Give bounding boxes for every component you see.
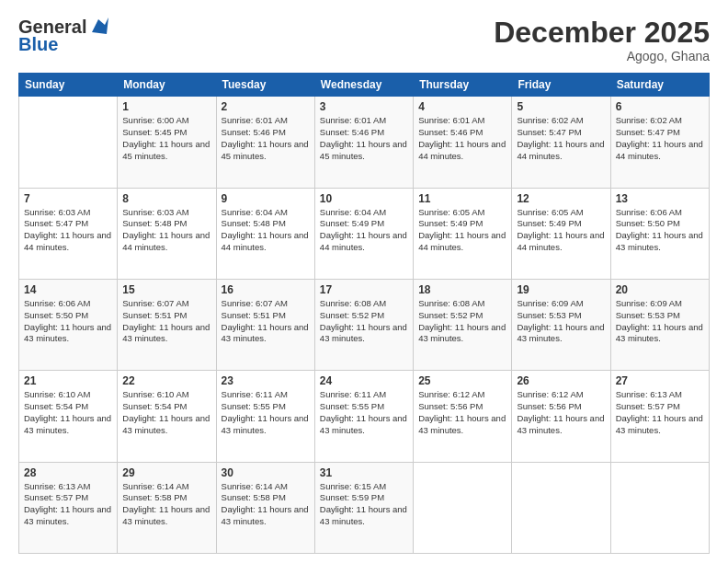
weekday-header-sunday: Sunday (19, 74, 118, 97)
calendar-cell: 14Sunrise: 6:06 AM Sunset: 5:50 PM Dayli… (19, 279, 118, 370)
calendar-cell: 21Sunrise: 6:10 AM Sunset: 5:54 PM Dayli… (19, 371, 118, 462)
calendar-week-row: 1Sunrise: 6:00 AM Sunset: 5:45 PM Daylig… (19, 97, 710, 188)
day-info: Sunrise: 6:02 AM Sunset: 5:47 PM Dayligh… (616, 115, 704, 162)
calendar-cell: 6Sunrise: 6:02 AM Sunset: 5:47 PM Daylig… (610, 97, 709, 188)
calendar-cell: 8Sunrise: 6:03 AM Sunset: 5:48 PM Daylig… (118, 188, 216, 279)
day-number: 9 (222, 192, 310, 205)
day-number: 11 (418, 192, 506, 205)
day-number: 24 (320, 374, 408, 387)
day-info: Sunrise: 6:04 AM Sunset: 5:49 PM Dayligh… (320, 207, 408, 254)
subtitle: Agogo, Ghana (494, 49, 710, 63)
calendar-week-row: 7Sunrise: 6:03 AM Sunset: 5:47 PM Daylig… (19, 188, 710, 279)
day-number: 28 (24, 466, 112, 479)
calendar-cell: 2Sunrise: 6:01 AM Sunset: 5:46 PM Daylig… (216, 97, 314, 188)
calendar-cell (512, 462, 610, 553)
day-info: Sunrise: 6:05 AM Sunset: 5:49 PM Dayligh… (517, 207, 605, 254)
day-info: Sunrise: 6:01 AM Sunset: 5:46 PM Dayligh… (418, 115, 506, 162)
day-info: Sunrise: 6:07 AM Sunset: 5:51 PM Dayligh… (122, 298, 210, 345)
day-info: Sunrise: 6:13 AM Sunset: 5:57 PM Dayligh… (24, 481, 112, 528)
day-info: Sunrise: 6:14 AM Sunset: 5:58 PM Dayligh… (222, 481, 310, 528)
day-number: 29 (122, 466, 210, 479)
svg-marker-0 (92, 17, 108, 34)
day-info: Sunrise: 6:08 AM Sunset: 5:52 PM Dayligh… (320, 298, 408, 345)
calendar-cell: 20Sunrise: 6:09 AM Sunset: 5:53 PM Dayli… (610, 279, 709, 370)
day-number: 19 (517, 283, 605, 296)
logo-bird-icon (88, 16, 108, 36)
weekday-header-thursday: Thursday (414, 74, 512, 97)
day-info: Sunrise: 6:06 AM Sunset: 5:50 PM Dayligh… (616, 207, 704, 254)
day-number: 5 (517, 100, 605, 113)
day-number: 8 (122, 192, 210, 205)
day-info: Sunrise: 6:09 AM Sunset: 5:53 PM Dayligh… (517, 298, 605, 345)
logo: General Blue (18, 17, 108, 55)
day-info: Sunrise: 6:13 AM Sunset: 5:57 PM Dayligh… (616, 389, 704, 436)
calendar-week-row: 14Sunrise: 6:06 AM Sunset: 5:50 PM Dayli… (19, 279, 710, 370)
day-number: 2 (222, 100, 310, 113)
calendar-cell: 31Sunrise: 6:15 AM Sunset: 5:59 PM Dayli… (314, 462, 413, 553)
day-info: Sunrise: 6:00 AM Sunset: 5:45 PM Dayligh… (122, 115, 210, 162)
calendar-cell: 1Sunrise: 6:00 AM Sunset: 5:45 PM Daylig… (118, 97, 216, 188)
logo-blue: Blue (18, 34, 58, 55)
calendar-cell: 10Sunrise: 6:04 AM Sunset: 5:49 PM Dayli… (314, 188, 413, 279)
weekday-header-friday: Friday (512, 74, 610, 97)
calendar-table: SundayMondayTuesdayWednesdayThursdayFrid… (18, 73, 710, 554)
day-info: Sunrise: 6:08 AM Sunset: 5:52 PM Dayligh… (418, 298, 506, 345)
header: General Blue December 2025 Agogo, Ghana (18, 17, 710, 63)
calendar-cell: 22Sunrise: 6:10 AM Sunset: 5:54 PM Dayli… (118, 371, 216, 462)
calendar-cell (610, 462, 709, 553)
day-number: 1 (122, 100, 210, 113)
calendar-cell: 23Sunrise: 6:11 AM Sunset: 5:55 PM Dayli… (216, 371, 314, 462)
day-info: Sunrise: 6:05 AM Sunset: 5:49 PM Dayligh… (418, 207, 506, 254)
day-number: 3 (320, 100, 408, 113)
calendar-cell: 26Sunrise: 6:12 AM Sunset: 5:56 PM Dayli… (512, 371, 610, 462)
weekday-header-saturday: Saturday (610, 74, 709, 97)
calendar-cell: 18Sunrise: 6:08 AM Sunset: 5:52 PM Dayli… (414, 279, 512, 370)
calendar-cell: 17Sunrise: 6:08 AM Sunset: 5:52 PM Dayli… (314, 279, 413, 370)
calendar-cell: 15Sunrise: 6:07 AM Sunset: 5:51 PM Dayli… (118, 279, 216, 370)
day-number: 13 (616, 192, 704, 205)
calendar-cell: 25Sunrise: 6:12 AM Sunset: 5:56 PM Dayli… (414, 371, 512, 462)
calendar-cell: 12Sunrise: 6:05 AM Sunset: 5:49 PM Dayli… (512, 188, 610, 279)
title-block: December 2025 Agogo, Ghana (494, 17, 710, 63)
day-info: Sunrise: 6:11 AM Sunset: 5:55 PM Dayligh… (222, 389, 310, 436)
day-info: Sunrise: 6:03 AM Sunset: 5:48 PM Dayligh… (122, 207, 210, 254)
day-number: 26 (517, 374, 605, 387)
day-number: 16 (222, 283, 310, 296)
day-info: Sunrise: 6:01 AM Sunset: 5:46 PM Dayligh… (222, 115, 310, 162)
day-info: Sunrise: 6:10 AM Sunset: 5:54 PM Dayligh… (24, 389, 112, 436)
day-info: Sunrise: 6:12 AM Sunset: 5:56 PM Dayligh… (418, 389, 506, 436)
day-number: 10 (320, 192, 408, 205)
calendar-cell: 7Sunrise: 6:03 AM Sunset: 5:47 PM Daylig… (19, 188, 118, 279)
day-number: 30 (222, 466, 310, 479)
calendar-cell: 5Sunrise: 6:02 AM Sunset: 5:47 PM Daylig… (512, 97, 610, 188)
day-info: Sunrise: 6:01 AM Sunset: 5:46 PM Dayligh… (320, 115, 408, 162)
calendar-cell (414, 462, 512, 553)
day-info: Sunrise: 6:06 AM Sunset: 5:50 PM Dayligh… (24, 298, 112, 345)
calendar-week-row: 28Sunrise: 6:13 AM Sunset: 5:57 PM Dayli… (19, 462, 710, 553)
day-info: Sunrise: 6:07 AM Sunset: 5:51 PM Dayligh… (222, 298, 310, 345)
day-number: 20 (616, 283, 704, 296)
calendar-cell: 30Sunrise: 6:14 AM Sunset: 5:58 PM Dayli… (216, 462, 314, 553)
day-number: 27 (616, 374, 704, 387)
day-number: 21 (24, 374, 112, 387)
calendar-cell: 16Sunrise: 6:07 AM Sunset: 5:51 PM Dayli… (216, 279, 314, 370)
day-info: Sunrise: 6:12 AM Sunset: 5:56 PM Dayligh… (517, 389, 605, 436)
day-number: 17 (320, 283, 408, 296)
calendar-cell: 27Sunrise: 6:13 AM Sunset: 5:57 PM Dayli… (610, 371, 709, 462)
day-info: Sunrise: 6:04 AM Sunset: 5:48 PM Dayligh… (222, 207, 310, 254)
calendar-cell: 13Sunrise: 6:06 AM Sunset: 5:50 PM Dayli… (610, 188, 709, 279)
calendar-cell: 19Sunrise: 6:09 AM Sunset: 5:53 PM Dayli… (512, 279, 610, 370)
calendar-cell (19, 97, 118, 188)
day-info: Sunrise: 6:10 AM Sunset: 5:54 PM Dayligh… (122, 389, 210, 436)
day-info: Sunrise: 6:15 AM Sunset: 5:59 PM Dayligh… (320, 481, 408, 528)
day-number: 25 (418, 374, 506, 387)
calendar-cell: 11Sunrise: 6:05 AM Sunset: 5:49 PM Dayli… (414, 188, 512, 279)
day-number: 14 (24, 283, 112, 296)
calendar-cell: 24Sunrise: 6:11 AM Sunset: 5:55 PM Dayli… (314, 371, 413, 462)
weekday-header-monday: Monday (118, 74, 216, 97)
day-number: 23 (222, 374, 310, 387)
day-number: 18 (418, 283, 506, 296)
calendar-cell: 28Sunrise: 6:13 AM Sunset: 5:57 PM Dayli… (19, 462, 118, 553)
main-title: December 2025 (494, 17, 710, 49)
day-info: Sunrise: 6:11 AM Sunset: 5:55 PM Dayligh… (320, 389, 408, 436)
